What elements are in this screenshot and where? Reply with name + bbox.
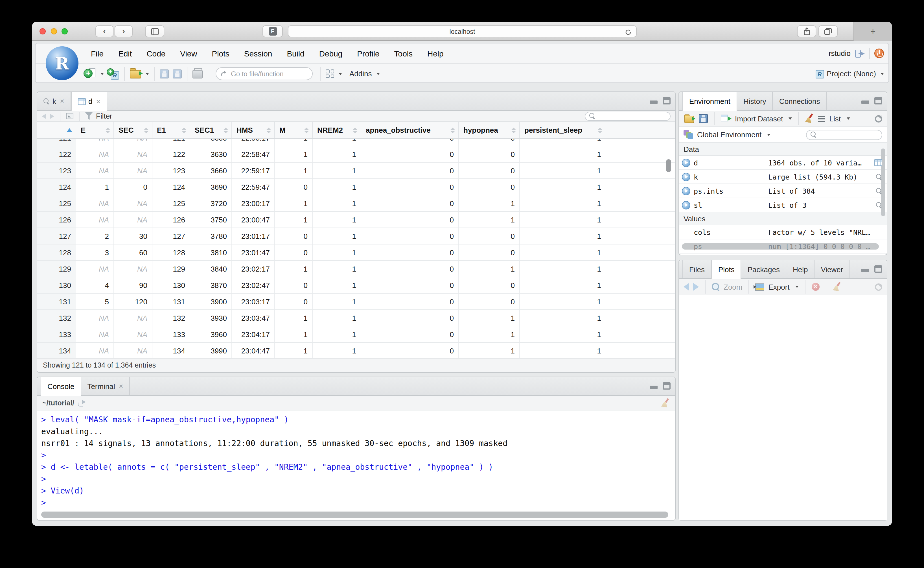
maximize-pane-icon[interactable] (874, 97, 882, 104)
close-tab-icon[interactable]: × (60, 97, 64, 105)
tab-d[interactable]: d× (71, 92, 107, 111)
column-header-apnea_obstructive[interactable]: apnea_obstructive (361, 122, 459, 138)
menu-file[interactable]: File (83, 49, 111, 58)
table-row[interactable]: 129NANA129384023:02:1711011 (37, 261, 675, 277)
environment-scope-label[interactable]: Global Environment (697, 130, 761, 139)
minimize-pane-icon[interactable] (861, 97, 869, 104)
table-row[interactable]: 125NANA125372023:00:1711011 (37, 195, 675, 212)
sort-icons[interactable] (182, 127, 186, 133)
sort-icons[interactable] (144, 127, 148, 133)
back-icon[interactable] (42, 113, 46, 119)
table-row[interactable]: 123NANA123366022:59:1711001 (37, 163, 675, 179)
menu-session[interactable]: Session (237, 49, 280, 58)
menu-profile[interactable]: Profile (350, 49, 387, 58)
clear-plots-icon[interactable] (832, 282, 842, 292)
show-tabs-button[interactable] (818, 26, 838, 37)
column-header-persistent_sleep[interactable]: persistent_sleep (520, 122, 606, 138)
expand-icon[interactable] (682, 172, 690, 181)
table-row[interactable]: 130490130387023:02:4701001 (37, 277, 675, 294)
menu-edit[interactable]: Edit (111, 49, 139, 58)
menu-code[interactable]: Code (139, 49, 173, 58)
minimize-window-button[interactable] (51, 28, 57, 34)
column-header-M[interactable]: M (275, 122, 313, 138)
table-row[interactable]: 12410124369022:59:4701001 (37, 179, 675, 195)
new-tab-button[interactable]: + (853, 22, 892, 41)
list-view-label[interactable]: List (829, 114, 841, 123)
plots-tab-files[interactable]: Files (683, 260, 711, 278)
environment-object-k[interactable]: k Large list (594.3 Kb) (679, 170, 887, 184)
menu-help[interactable]: Help (420, 49, 451, 58)
table-row[interactable]: 127230127378023:01:1701001 (37, 228, 675, 245)
browser-back-button[interactable]: ‹ (95, 26, 113, 37)
project-label[interactable]: Project: (None) (827, 69, 876, 78)
menu-build[interactable]: Build (279, 49, 312, 58)
sort-icons[interactable] (267, 127, 271, 133)
new-file-button[interactable]: + (83, 68, 96, 79)
plots-tab-plots[interactable]: Plots (711, 260, 742, 279)
column-header-hypopnea[interactable]: hypopnea (459, 122, 520, 138)
expand-icon[interactable] (682, 201, 690, 209)
sort-icons[interactable] (511, 127, 516, 133)
popout-icon[interactable] (66, 113, 73, 119)
close-tab-icon[interactable]: × (119, 382, 123, 390)
tab-console[interactable]: Console (41, 377, 81, 396)
new-project-button[interactable]: R+ (107, 68, 119, 79)
close-window-button[interactable] (39, 28, 46, 34)
minimize-pane-icon[interactable] (650, 97, 657, 104)
environment-object-d[interactable]: d 1364 obs. of 10 varia… (679, 156, 887, 170)
rownum-header[interactable] (37, 122, 76, 138)
magnifier-icon[interactable] (876, 202, 882, 208)
sort-icons[interactable] (451, 127, 455, 133)
clear-console-icon[interactable] (661, 398, 670, 408)
browser-forward-button[interactable]: › (115, 26, 133, 37)
goto-directory-icon[interactable] (78, 399, 86, 406)
environment-tab-connections[interactable]: Connections (773, 92, 827, 110)
maximize-window-button[interactable] (62, 28, 68, 34)
maximize-pane-icon[interactable] (663, 97, 671, 104)
filter-icon[interactable] (85, 112, 93, 120)
panes-layout-dropdown[interactable] (339, 73, 342, 75)
column-header-SEC[interactable]: SEC (114, 122, 152, 138)
table-icon[interactable] (874, 159, 882, 166)
column-header-SEC1[interactable]: SEC1 (190, 122, 232, 138)
goto-file-function-input[interactable]: Go to file/function (216, 67, 313, 80)
menu-debug[interactable]: Debug (312, 49, 350, 58)
table-row[interactable]: 126NANA126375023:00:4711011 (37, 212, 675, 228)
environment-tab-history[interactable]: History (737, 92, 773, 110)
panes-layout-button[interactable] (326, 69, 334, 78)
favicon-button[interactable]: F (262, 26, 283, 37)
export-plot-label[interactable]: Export (768, 282, 789, 291)
menu-plots[interactable]: Plots (205, 49, 237, 58)
import-dataset-dropdown[interactable] (789, 118, 792, 120)
zoom-plot-icon[interactable] (712, 283, 720, 291)
table-row[interactable]: 122NANA122363022:58:4711001 (37, 146, 675, 163)
tab-terminal[interactable]: Terminal× (81, 377, 130, 395)
list-view-dropdown[interactable] (846, 118, 850, 120)
quit-session-button[interactable] (874, 48, 884, 58)
column-header-E1[interactable]: E1 (152, 122, 190, 138)
environment-scope-dropdown[interactable] (767, 133, 770, 136)
maximize-pane-icon[interactable] (663, 382, 671, 390)
next-plot-icon[interactable] (693, 283, 699, 291)
magnifier-icon[interactable] (876, 174, 882, 180)
console-output[interactable]: >> leval( "MASK mask-if=apnea_obstructiv… (37, 411, 675, 512)
environment-object-sl[interactable]: sl List of 3 (679, 198, 887, 212)
table-row[interactable]: 1315120131390023:03:1701001 (37, 294, 675, 310)
minimize-pane-icon[interactable] (650, 382, 657, 389)
minimize-pane-icon[interactable] (861, 266, 869, 272)
magnifier-icon[interactable] (876, 188, 882, 194)
table-row[interactable]: 128360128381023:01:4701001 (37, 245, 675, 261)
sort-icons[interactable] (106, 127, 110, 133)
sort-icons[interactable] (598, 127, 602, 133)
sort-icons[interactable] (353, 127, 357, 133)
save-button[interactable] (160, 69, 169, 78)
sort-icons[interactable] (304, 127, 309, 133)
filter-label[interactable]: Filter (96, 112, 112, 120)
address-bar[interactable]: localhost (288, 26, 637, 37)
table-row[interactable]: 121NANA121360022:58:1711001 (37, 139, 675, 146)
column-header-E[interactable]: E (76, 122, 114, 138)
expand-icon[interactable] (682, 187, 690, 195)
forward-icon[interactable] (50, 113, 54, 119)
environment-tab-environment[interactable]: Environment (683, 92, 737, 111)
share-button[interactable] (797, 26, 816, 37)
